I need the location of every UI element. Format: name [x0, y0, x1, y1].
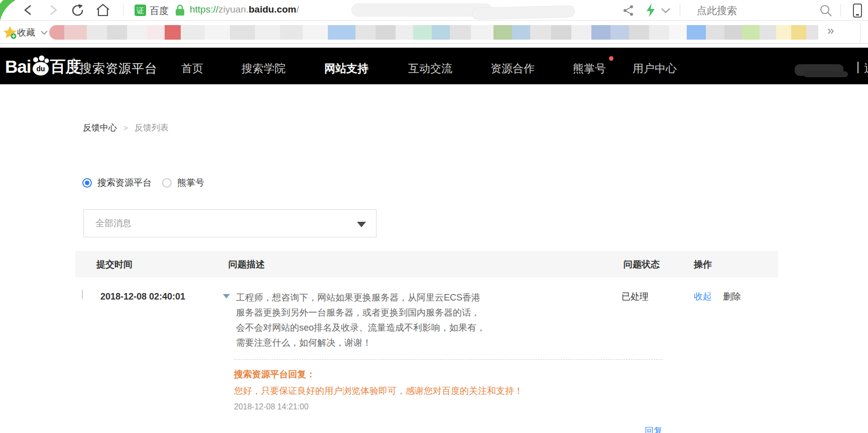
nav-divider [73, 58, 74, 74]
site-cert-badge[interactable]: 证 [135, 5, 146, 16]
nav-platform-title[interactable]: 搜索资源平台 [79, 60, 158, 77]
radio-search-platform-label[interactable]: 搜索资源平台 [97, 177, 152, 189]
table-header: 提交时间 问题描述 问题状态 操作 [75, 251, 778, 277]
url-scheme: https [190, 4, 210, 15]
reply-link-row: 回复 [234, 425, 663, 433]
username-blurred[interactable] [795, 64, 843, 76]
reply-link[interactable]: 回复 [645, 426, 663, 433]
nav-item-home[interactable]: 首页 [181, 61, 203, 76]
row-checkbox[interactable] [82, 290, 83, 299]
breadcrumb: 反馈中心 > 反馈列表 [83, 122, 169, 133]
browser-logo-fragment [0, 0, 17, 20]
chevron-down-icon[interactable] [661, 8, 671, 14]
reply-timestamp: 2018-12-08 14:21:00 [234, 402, 663, 411]
address-bar-url[interactable]: https://ziyuan.baidu.com/ [190, 4, 299, 15]
logout-link-clipped[interactable]: 退 [864, 61, 868, 76]
toolbar-separator [680, 4, 680, 17]
bookmarks-bar: 收藏 » [0, 21, 868, 44]
url-host: ziyuan. [218, 4, 249, 15]
header-description: 问题描述 [221, 258, 611, 270]
forward-icon[interactable] [48, 4, 59, 16]
toolbar-separator [123, 4, 123, 17]
browser-toolbar: 证 百度 https://ziyuan.baidu.com/ 点此搜索 [0, 0, 868, 21]
share-icon[interactable] [623, 5, 635, 17]
row-description-cell: 工程师，想咨询下，网站如果更换服务器，从阿里云ECS香港 服务器更换到另外一台服… [221, 290, 611, 350]
site-navbar: Bai du 百度 搜索资源平台 首页 搜索学院 网站支持 互动交流 资源合作 … [0, 48, 868, 84]
row-actions: 收起 删除 [689, 290, 778, 303]
feedback-table: 提交时间 问题描述 问题状态 操作 2018-12-08 02:40:01 工程… [75, 251, 778, 433]
header-submit-time: 提交时间 [75, 258, 221, 270]
url-scheme-sep: :// [210, 4, 218, 15]
radio-xiongzhang[interactable] [162, 178, 172, 188]
baidu-logo[interactable]: Bai du 百度 [5, 55, 81, 76]
baidu-paw-icon: du [30, 55, 51, 76]
collapse-caret-icon[interactable] [223, 294, 230, 299]
header-status: 问题状态 [611, 258, 689, 270]
bookmarks-overflow-icon[interactable]: » [827, 24, 834, 38]
status-badge: 已处理 [611, 290, 689, 303]
nav-item-academy[interactable]: 搜索学院 [241, 61, 286, 76]
url-redacted-blur [351, 3, 575, 17]
site-cert-name[interactable]: 百度 [150, 5, 169, 18]
notification-dot [609, 56, 613, 61]
https-lock-icon[interactable] [175, 4, 185, 17]
browser-window: 证 百度 https://ziyuan.baidu.com/ 点此搜索 [0, 0, 868, 433]
reload-icon[interactable] [71, 4, 85, 18]
row-submit-time: 2018-12-08 02:40:01 [100, 290, 221, 303]
delete-link[interactable]: 删除 [723, 290, 741, 303]
back-icon[interactable] [23, 4, 34, 16]
favorites-star-icon[interactable] [4, 26, 17, 39]
header-actions: 操作 [689, 258, 778, 270]
breadcrumb-feedback-list: 反馈列表 [135, 122, 169, 133]
dropdown-value: 全部消息 [95, 217, 132, 229]
search-box[interactable]: 点此搜索 [697, 4, 737, 18]
nav-item-xiongzhang[interactable]: 熊掌号 [573, 61, 606, 76]
table-row: 2018-12-08 02:40:01 工程师，想咨询下，网站如果更换服务器，从… [75, 290, 778, 350]
search-icon[interactable] [819, 4, 832, 17]
lightning-accelerator-icon[interactable] [646, 4, 656, 17]
platform-filter: 搜索资源平台 熊掌号 [82, 177, 204, 189]
nav-item-community[interactable]: 互动交流 [408, 61, 452, 76]
bookmark-items-blurred[interactable] [49, 25, 818, 40]
bookmarks-separator [860, 23, 860, 42]
radio-search-platform[interactable] [82, 178, 92, 188]
svg-text:du: du [37, 65, 45, 73]
reply-title: 搜索资源平台回复： [234, 368, 663, 380]
message-type-dropdown[interactable]: 全部消息 [83, 209, 377, 237]
reply-body: 您好，只要保证良好的用户浏览体验即可，感谢您对百度的关注和支持！ [234, 385, 663, 397]
nav-item-site-support[interactable]: 网站支持 [324, 61, 368, 76]
question-text: 工程师，想咨询下，网站如果更换服务器，从阿里云ECS香港 服务器更换到另外一台服… [236, 290, 485, 350]
breadcrumb-separator-icon: > [123, 123, 128, 132]
breadcrumb-feedback-center[interactable]: 反馈中心 [83, 122, 117, 133]
baidu-logo-cn: 百度 [50, 57, 81, 76]
favorites-label[interactable]: 收藏 [17, 27, 35, 39]
collapse-link[interactable]: 收起 [694, 290, 712, 303]
mobile-view-icon[interactable] [852, 3, 863, 18]
toolbar-separator [840, 4, 841, 17]
home-icon[interactable] [95, 3, 110, 18]
url-domain: baidu.com [249, 4, 296, 15]
nav-pipe-separator: | [856, 60, 859, 74]
radio-xiongzhang-label[interactable]: 熊掌号 [177, 177, 204, 189]
baidu-logo-bai: Bai [5, 57, 31, 76]
favorites-chevron-icon[interactable] [40, 30, 48, 36]
url-path: / [296, 4, 299, 15]
nav-item-user-center[interactable]: 用户中心 [633, 61, 677, 76]
nav-item-resources[interactable]: 资源合作 [490, 61, 535, 76]
reply-panel: 搜索资源平台回复： 您好，只要保证良好的用户浏览体验即可，感谢您对百度的关注和支… [234, 359, 663, 433]
dropdown-caret-icon [357, 222, 366, 227]
